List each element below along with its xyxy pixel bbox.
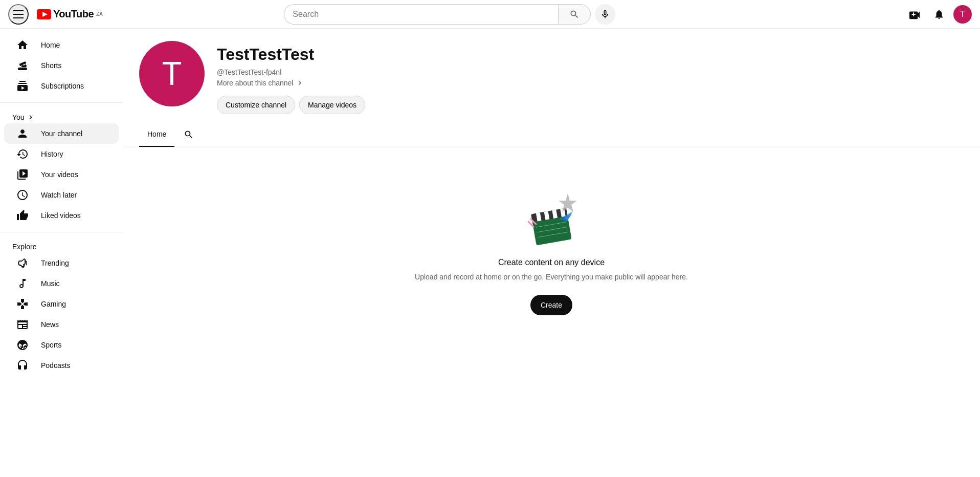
youtube-logo-icon	[37, 9, 51, 19]
subscriptions-icon	[16, 80, 29, 92]
sidebar-item-sports[interactable]: Sports	[4, 335, 119, 355]
channel-handle: @TestTestTest-fp4nl	[217, 68, 365, 76]
sidebar-item-history[interactable]: History	[4, 144, 119, 164]
sidebar-divider-1	[0, 102, 123, 103]
logo[interactable]: YouTubeZA	[37, 8, 103, 20]
user-avatar-button[interactable]: T	[953, 5, 972, 24]
channel-header: T TestTestTest @TestTestTest-fp4nl More …	[123, 29, 980, 114]
sidebar-item-watch-later[interactable]: Watch later	[4, 185, 119, 205]
header-center	[271, 4, 629, 25]
search-input[interactable]	[284, 4, 558, 25]
sidebar-item-watch-later-label: Watch later	[41, 191, 77, 199]
sidebar-you-label: You	[12, 113, 25, 121]
empty-state-title: Create content on any device	[498, 258, 605, 267]
mic-icon	[600, 9, 610, 19]
sidebar-item-podcasts[interactable]: Podcasts	[4, 355, 119, 356]
sidebar-item-trending[interactable]: Trending	[4, 253, 119, 273]
search-icon	[184, 129, 194, 140]
channel-more-link[interactable]: More about this channel	[217, 78, 365, 88]
logo-text: YouTube	[53, 8, 94, 20]
shorts-icon	[16, 59, 29, 72]
customize-channel-button[interactable]: Customize channel	[217, 96, 295, 114]
gaming-icon	[16, 298, 29, 310]
channel-avatar: T	[139, 41, 205, 106]
sidebar-item-news[interactable]: News	[4, 314, 119, 335]
your-videos-icon	[16, 168, 29, 181]
history-icon	[16, 148, 29, 160]
empty-state-description: Upload and record at home or on the go. …	[415, 271, 688, 283]
sidebar-explore-label: Explore	[12, 243, 36, 251]
sidebar-item-your-channel-label: Your channel	[41, 129, 82, 138]
empty-illustration	[521, 188, 582, 250]
sidebar-item-music[interactable]: Music	[4, 273, 119, 294]
sports-icon	[16, 339, 29, 351]
sidebar-item-news-label: News	[41, 320, 59, 329]
create-button[interactable]: Create	[530, 295, 572, 315]
sidebar-item-home-label: Home	[41, 41, 60, 49]
channel-name: TestTestTest	[217, 45, 365, 64]
sidebar-item-liked-videos-label: Liked videos	[41, 211, 81, 220]
account-icon	[16, 127, 29, 140]
sidebar-item-shorts[interactable]: Shorts	[4, 55, 119, 76]
header-left: YouTubeZA	[8, 4, 131, 25]
manage-videos-button[interactable]: Manage videos	[299, 96, 365, 114]
chevron-right-icon	[27, 113, 35, 121]
sidebar: Home Shorts Subscriptions You Your chann…	[0, 29, 123, 356]
sidebar-item-trending-label: Trending	[41, 259, 69, 267]
main-content: T TestTestTest @TestTestTest-fp4nl More …	[123, 29, 980, 356]
sidebar-explore-section: Explore	[0, 238, 123, 253]
sidebar-item-gaming[interactable]: Gaming	[4, 294, 119, 314]
news-icon	[16, 318, 29, 331]
home-icon	[16, 39, 29, 51]
tab-home[interactable]: Home	[139, 122, 174, 147]
create-video-button[interactable]	[904, 4, 925, 25]
empty-state: Create content on any device Upload and …	[123, 147, 980, 356]
sidebar-item-subscriptions[interactable]: Subscriptions	[4, 76, 119, 96]
sidebar-item-gaming-label: Gaming	[41, 300, 66, 308]
hamburger-button[interactable]	[8, 4, 29, 25]
hamburger-icon	[13, 10, 24, 18]
channel-info: TestTestTest @TestTestTest-fp4nl More ab…	[217, 41, 365, 114]
sidebar-item-music-label: Music	[41, 279, 60, 288]
sidebar-item-your-videos[interactable]: Your videos	[4, 164, 119, 185]
chevron-right-icon	[295, 78, 304, 88]
liked-icon	[16, 209, 29, 222]
notifications-button[interactable]	[929, 4, 949, 25]
sidebar-divider-2	[0, 232, 123, 232]
sidebar-item-subscriptions-label: Subscriptions	[41, 82, 84, 90]
sidebar-item-sports-label: Sports	[41, 341, 61, 349]
sidebar-item-history-label: History	[41, 150, 63, 158]
trending-icon	[16, 257, 29, 269]
sidebar-item-liked-videos[interactable]: Liked videos	[4, 205, 119, 226]
search-icon	[569, 9, 580, 19]
logo-country: ZA	[96, 11, 103, 17]
search-form	[284, 4, 591, 25]
header: YouTubeZA T	[0, 0, 980, 29]
watch-later-icon	[16, 189, 29, 201]
mic-button[interactable]	[595, 4, 615, 25]
sidebar-item-your-channel[interactable]: Your channel	[4, 123, 119, 144]
sidebar-you-section[interactable]: You	[0, 109, 123, 123]
music-icon	[16, 277, 29, 290]
bell-icon	[933, 9, 945, 20]
channel-more-label: More about this channel	[217, 79, 293, 87]
create-icon	[909, 9, 920, 20]
header-right: T	[904, 4, 972, 25]
sidebar-item-your-videos-label: Your videos	[41, 170, 78, 179]
channel-search-button[interactable]	[179, 124, 199, 145]
sidebar-item-home[interactable]: Home	[4, 35, 119, 55]
search-button[interactable]	[558, 4, 591, 25]
sidebar-item-shorts-label: Shorts	[41, 61, 61, 70]
channel-actions: Customize channel Manage videos	[217, 96, 365, 114]
channel-tabs: Home	[123, 122, 980, 147]
